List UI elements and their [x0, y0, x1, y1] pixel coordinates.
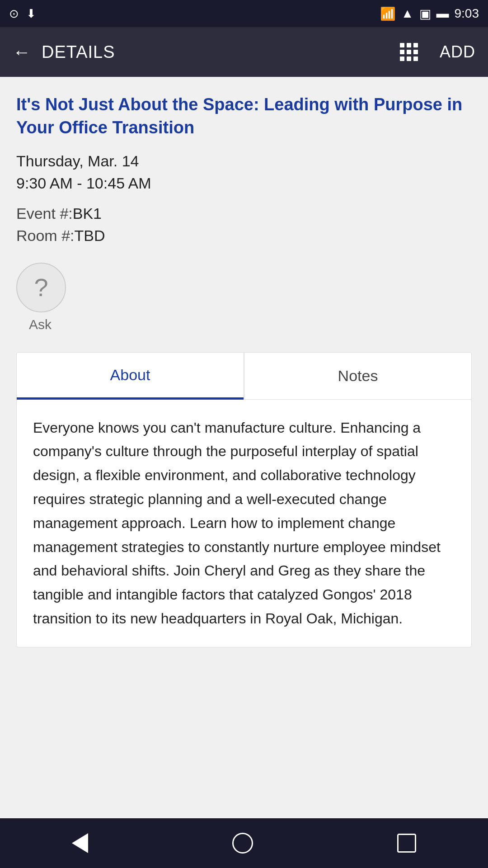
grid-dot-5: [407, 50, 411, 54]
add-button[interactable]: ADD: [440, 42, 475, 61]
back-arrow-icon: ←: [13, 42, 31, 62]
signal-icon: ⊙: [9, 7, 19, 21]
grid-dot-9: [413, 57, 418, 61]
event-room: Room #:TBD: [16, 227, 472, 245]
nav-bar: ← DETAILS ADD: [0, 27, 488, 77]
room-number-value: TBD: [75, 227, 105, 244]
grid-dot-7: [400, 57, 404, 61]
room-number-label: Room #:: [16, 227, 75, 244]
tabs-section: About Notes Everyone knows you can't man…: [16, 352, 472, 647]
status-bar: ⊙ ⬇ 📶 ▲ ▣ ▬ 9:03: [0, 0, 488, 27]
status-bar-right-icons: 📶 ▲ ▣ ▬ 9:03: [380, 6, 479, 21]
time-display: 9:03: [455, 6, 479, 21]
home-nav-button[interactable]: [232, 833, 253, 854]
about-tab-content: Everyone knows you can't manufacture cul…: [17, 400, 471, 647]
question-mark-icon: ?: [34, 275, 48, 300]
recents-nav-button[interactable]: [397, 834, 416, 853]
home-nav-icon: [232, 833, 253, 854]
sim-icon: ▣: [419, 6, 431, 21]
bluetooth-icon: 📶: [380, 6, 396, 21]
ask-button[interactable]: ?: [16, 263, 66, 312]
wifi-icon: ▲: [401, 6, 414, 21]
back-nav-button[interactable]: [72, 833, 88, 853]
tabs-row: About Notes: [17, 353, 471, 400]
event-title: It's Not Just About the Space: Leading w…: [16, 93, 472, 140]
ask-container: ? Ask: [16, 263, 472, 332]
page-title: DETAILS: [42, 42, 389, 62]
grid-dot-2: [407, 43, 411, 47]
ask-label: Ask: [16, 317, 52, 332]
grid-dot-4: [400, 50, 404, 54]
main-content: It's Not Just About the Space: Leading w…: [0, 77, 488, 818]
back-button[interactable]: ←: [13, 42, 31, 62]
event-time: 9:30 AM - 10:45 AM: [16, 175, 472, 192]
grid-menu-button[interactable]: [400, 43, 418, 61]
download-icon: ⬇: [26, 7, 36, 21]
grid-dot-3: [413, 43, 418, 47]
event-number-value: BK1: [73, 205, 102, 222]
event-number: Event #:BK1: [16, 205, 472, 222]
back-nav-icon: [72, 833, 88, 853]
battery-icon: ▬: [436, 6, 449, 21]
event-date: Thursday, Mar. 14: [16, 152, 472, 170]
event-number-label: Event #:: [16, 205, 73, 222]
grid-dot-6: [413, 50, 418, 54]
tab-notes[interactable]: Notes: [244, 353, 471, 399]
grid-dot-8: [407, 57, 411, 61]
status-bar-left-icons: ⊙ ⬇: [9, 7, 36, 21]
grid-dot-1: [400, 43, 404, 47]
recents-nav-icon: [397, 834, 416, 853]
tab-about[interactable]: About: [17, 353, 244, 400]
bottom-nav: [0, 818, 488, 868]
about-text: Everyone knows you can't manufacture cul…: [33, 416, 455, 631]
